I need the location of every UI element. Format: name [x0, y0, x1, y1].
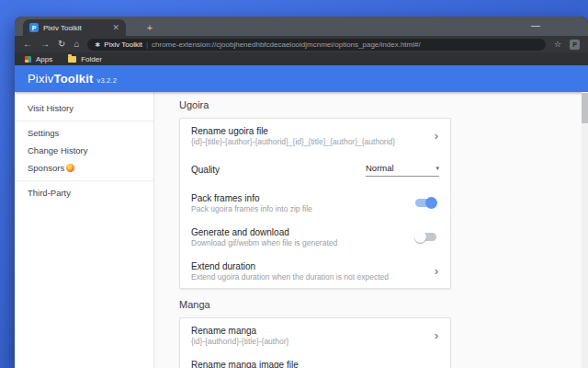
chevron-right-icon: › [435, 265, 438, 277]
chevron-right-icon: › [435, 329, 438, 341]
scrollbar-thumb[interactable] [582, 93, 588, 123]
setting-text: Pack frames infoPack ugoira frames info … [191, 192, 415, 214]
sidebar-item-settings[interactable]: Settings [15, 124, 153, 142]
setting-title: Rename manga image file [191, 359, 435, 368]
setting-row-extend-duration[interactable]: Extend durationExtend ugoira duration wh… [180, 254, 450, 288]
home-icon: ⌂ [74, 39, 79, 49]
pack-frames-info-toggle[interactable] [415, 197, 436, 209]
reload-button[interactable]: ↻ [58, 40, 65, 49]
setting-text: Generate and downloadDownload gif/webm w… [191, 226, 415, 248]
window-minimize-button[interactable]: — [526, 17, 546, 34]
reload-icon: ↻ [58, 39, 65, 49]
main-content: UgoiraRename ugoira file{id}-{title}-{au… [154, 92, 588, 368]
sidebar-item-change-history[interactable]: Change History [15, 142, 153, 159]
setting-title: Quality [191, 164, 366, 176]
sidebar-item-label: Visit History [28, 103, 74, 113]
setting-subtitle: {id}-{title}-{author}-{authorid}_{id}_{t… [191, 137, 435, 147]
setting-title: Extend duration [191, 260, 435, 272]
page-body: Visit HistorySettingsChange HistorySpons… [15, 92, 588, 368]
setting-row-pack-frames-info[interactable]: Pack frames infoPack ugoira frames info … [180, 186, 450, 220]
sidebar-group: SettingsChange HistorySponsors😍 [15, 121, 153, 181]
new-tab-button[interactable]: + [141, 19, 158, 36]
setting-subtitle: Download gif/webm when file is generated [191, 238, 415, 248]
bookmark-label: Apps [36, 55, 52, 63]
options-page: PixivToolkitv3.2.2 Visit HistorySettings… [15, 65, 588, 368]
bookmark-folder[interactable]: Folder [68, 55, 102, 63]
setting-subtitle: {id}-{authorId}-{title}-{author} [191, 337, 435, 347]
bookmark-star-icon: ☆ [554, 40, 561, 49]
chevron-right-icon: › [435, 363, 438, 368]
extension-page-icon: ✱ [95, 41, 100, 48]
back-button[interactable]: ← [23, 40, 32, 49]
setting-title: Rename ugoira file [191, 125, 435, 137]
setting-text: Quality [191, 164, 366, 176]
setting-row-rename-manga[interactable]: Rename manga{id}-{authorId}-{title}-{aut… [180, 318, 450, 352]
browser-toolbar: ← → ↻ ⌂ ✱ Pixiv Toolkit | chrome-extensi… [15, 36, 588, 52]
app-brand: PixivToolkitv3.2.2 [28, 72, 117, 86]
brand-bold: Toolkit [53, 72, 93, 86]
scrollbar[interactable] [582, 92, 588, 368]
sidebar-item-label: Sponsors [28, 163, 64, 173]
sidebar: Visit HistorySettingsChange HistorySpons… [15, 92, 154, 368]
browser-window: P Pixiv Toolkit ✕ + — ← → ↻ ⌂ ✱ Pixiv To… [15, 17, 588, 368]
home-button[interactable]: ⌂ [74, 40, 79, 49]
setting-row-rename-ugoira-file[interactable]: Rename ugoira file{id}-{title}-{author}-… [180, 119, 450, 153]
select-value: Normal [366, 163, 394, 173]
tab-title: Pixiv Toolkit [43, 24, 107, 32]
setting-text: Extend durationExtend ugoira duration wh… [191, 260, 435, 282]
address-separator: | [146, 40, 148, 49]
back-arrow-icon: ← [23, 39, 32, 49]
sidebar-item-label: Settings [28, 128, 59, 138]
address-url: chrome-extension://cjoobjhenedhbfcdecael… [152, 40, 538, 49]
address-extension-name: Pixiv Toolkit [104, 40, 142, 49]
brand-regular: Pixiv [28, 72, 53, 86]
setting-title: Pack frames info [191, 192, 415, 204]
bookmark-apps[interactable]: Apps [25, 55, 52, 63]
settings-card-manga: Rename manga{id}-{authorId}-{title}-{aut… [179, 317, 451, 368]
setting-subtitle: Extend ugoira duration when the duration… [191, 272, 435, 282]
setting-row-rename-manga-image-file[interactable]: Rename manga image file{id}-{authorId}-{… [180, 352, 450, 368]
sidebar-item-visit-history[interactable]: Visit History [15, 99, 153, 117]
chevron-right-icon: › [435, 130, 438, 142]
setting-title: Generate and download [191, 226, 415, 238]
sidebar-item-sponsors[interactable]: Sponsors😍 [15, 159, 153, 177]
tab-close-icon[interactable]: ✕ [112, 24, 119, 32]
setting-row-generate-and-download[interactable]: Generate and downloadDownload gif/webm w… [180, 220, 450, 254]
sidebar-item-label: Change History [28, 145, 87, 155]
sidebar-item-label: Third-Party [28, 188, 71, 198]
setting-text: Rename ugoira file{id}-{title}-{author}-… [191, 125, 435, 147]
toggle-knob [425, 197, 437, 209]
heart-eyes-emoji-icon: 😍 [66, 164, 74, 172]
setting-subtitle: Pack ugoira frames info into zip file [191, 204, 415, 214]
sidebar-group: Third-Party [15, 181, 153, 205]
section-title-manga: Manga [179, 299, 588, 311]
forward-button[interactable]: → [40, 40, 50, 49]
version-label: v3.2.2 [97, 76, 118, 85]
bookmark-label: Folder [81, 55, 102, 63]
apps-grid-icon [25, 56, 31, 63]
setting-text: Rename manga image file{id}-{authorId}-{… [191, 359, 435, 368]
forward-arrow-icon: → [40, 39, 50, 49]
tab-favicon-icon: P [29, 23, 39, 32]
app-header: PixivToolkitv3.2.2 [15, 65, 588, 92]
dropdown-caret-icon: ▾ [435, 165, 439, 171]
address-bar[interactable]: ✱ Pixiv Toolkit | chrome-extension://cjo… [87, 39, 545, 51]
tab-strip: P Pixiv Toolkit ✕ + — [15, 17, 588, 36]
pixiv-toolkit-extension-icon[interactable]: P [570, 40, 580, 50]
quality-select[interactable]: Normal▾ [366, 163, 439, 177]
setting-text: Rename manga{id}-{authorId}-{title}-{aut… [191, 325, 435, 347]
setting-title: Rename manga [191, 325, 435, 337]
toggle-knob [414, 231, 426, 243]
sidebar-item-third-party[interactable]: Third-Party [15, 184, 153, 201]
sidebar-group: Visit History [15, 97, 153, 121]
setting-row-quality[interactable]: QualityNormal▾ [180, 153, 450, 186]
bookmark-button[interactable]: ☆ [554, 40, 561, 49]
folder-icon [68, 56, 76, 63]
settings-card-ugoira: Rename ugoira file{id}-{title}-{author}-… [179, 118, 451, 289]
browser-tab[interactable]: P Pixiv Toolkit ✕ [23, 19, 126, 36]
generate-and-download-toggle[interactable] [415, 231, 436, 243]
bookmarks-bar: AppsFolder [15, 52, 588, 65]
section-title-ugoira: Ugoira [179, 99, 588, 111]
